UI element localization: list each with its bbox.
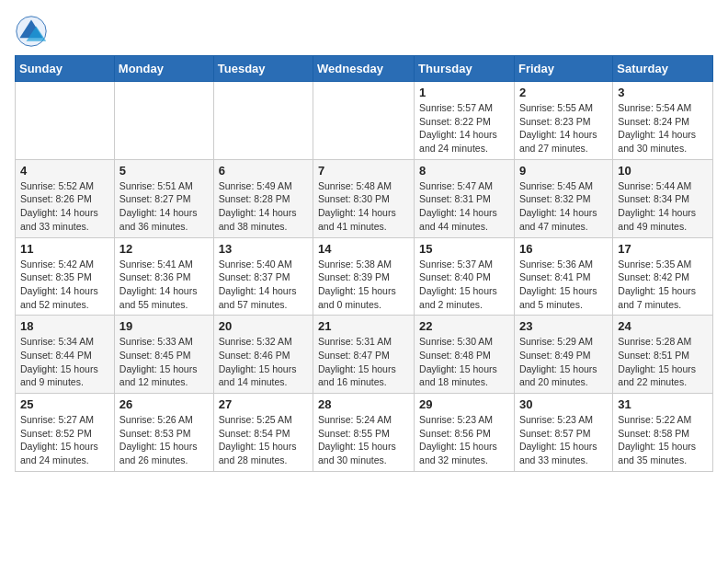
day-number: 5 (119, 164, 209, 178)
day-detail: Sunrise: 5:34 AM Sunset: 8:44 PM Dayligh… (20, 336, 98, 387)
day-cell: 25Sunrise: 5:27 AM Sunset: 8:52 PM Dayli… (16, 394, 115, 472)
day-cell: 20Sunrise: 5:32 AM Sunset: 8:46 PM Dayli… (213, 316, 313, 394)
day-number: 24 (618, 319, 708, 333)
week-row-1: 1Sunrise: 5:57 AM Sunset: 8:22 PM Daylig… (16, 82, 713, 160)
day-header-wednesday: Wednesday (313, 56, 415, 82)
day-number: 14 (318, 242, 409, 256)
day-detail: Sunrise: 5:45 AM Sunset: 8:32 PM Dayligh… (519, 180, 597, 232)
day-cell: 8Sunrise: 5:47 AM Sunset: 8:31 PM Daylig… (415, 159, 515, 237)
day-number: 9 (519, 164, 608, 178)
day-detail: Sunrise: 5:38 AM Sunset: 8:39 PM Dayligh… (318, 259, 396, 310)
day-detail: Sunrise: 5:41 AM Sunset: 8:36 PM Dayligh… (119, 259, 198, 310)
day-number: 17 (618, 242, 708, 256)
day-detail: Sunrise: 5:57 AM Sunset: 8:22 PM Dayligh… (419, 102, 497, 154)
day-detail: Sunrise: 5:47 AM Sunset: 8:31 PM Dayligh… (419, 180, 497, 232)
logo-icon (15, 15, 48, 48)
day-cell: 6Sunrise: 5:49 AM Sunset: 8:28 PM Daylig… (213, 159, 313, 237)
day-number: 22 (419, 319, 509, 333)
day-cell: 17Sunrise: 5:35 AM Sunset: 8:42 PM Dayli… (613, 237, 713, 316)
day-cell: 28Sunrise: 5:24 AM Sunset: 8:55 PM Dayli… (313, 394, 415, 472)
day-cell: 11Sunrise: 5:42 AM Sunset: 8:35 PM Dayli… (16, 237, 115, 316)
day-number: 23 (519, 319, 608, 333)
day-number: 2 (519, 86, 608, 99)
day-number: 29 (419, 397, 509, 411)
day-cell: 13Sunrise: 5:40 AM Sunset: 8:37 PM Dayli… (213, 237, 313, 316)
day-number: 27 (219, 397, 308, 411)
day-cell: 30Sunrise: 5:23 AM Sunset: 8:57 PM Dayli… (514, 394, 612, 472)
day-cell (114, 82, 213, 160)
day-cell: 19Sunrise: 5:33 AM Sunset: 8:45 PM Dayli… (114, 316, 213, 394)
day-detail: Sunrise: 5:54 AM Sunset: 8:24 PM Dayligh… (618, 102, 696, 154)
day-header-friday: Friday (514, 56, 612, 82)
day-detail: Sunrise: 5:52 AM Sunset: 8:26 PM Dayligh… (20, 180, 98, 232)
day-header-thursday: Thursday (415, 56, 515, 82)
page-header (15, 15, 713, 48)
day-detail: Sunrise: 5:30 AM Sunset: 8:48 PM Dayligh… (419, 336, 497, 387)
day-cell (213, 82, 313, 160)
day-detail: Sunrise: 5:37 AM Sunset: 8:40 PM Dayligh… (419, 259, 497, 310)
day-cell: 3Sunrise: 5:54 AM Sunset: 8:24 PM Daylig… (613, 82, 713, 160)
day-detail: Sunrise: 5:32 AM Sunset: 8:46 PM Dayligh… (219, 336, 297, 387)
day-cell: 14Sunrise: 5:38 AM Sunset: 8:39 PM Dayli… (313, 237, 415, 316)
day-detail: Sunrise: 5:29 AM Sunset: 8:49 PM Dayligh… (519, 336, 597, 387)
day-detail: Sunrise: 5:40 AM Sunset: 8:37 PM Dayligh… (219, 259, 297, 310)
day-cell: 1Sunrise: 5:57 AM Sunset: 8:22 PM Daylig… (415, 82, 515, 160)
day-number: 18 (20, 319, 109, 333)
day-header-monday: Monday (114, 56, 213, 82)
day-cell: 24Sunrise: 5:28 AM Sunset: 8:51 PM Dayli… (613, 316, 713, 394)
day-detail: Sunrise: 5:27 AM Sunset: 8:52 PM Dayligh… (20, 414, 98, 465)
day-cell: 5Sunrise: 5:51 AM Sunset: 8:27 PM Daylig… (114, 159, 213, 237)
day-number: 12 (119, 242, 209, 256)
day-cell: 18Sunrise: 5:34 AM Sunset: 8:44 PM Dayli… (16, 316, 115, 394)
day-number: 11 (20, 242, 109, 256)
day-detail: Sunrise: 5:23 AM Sunset: 8:57 PM Dayligh… (519, 414, 597, 465)
day-number: 16 (519, 242, 608, 256)
day-cell: 29Sunrise: 5:23 AM Sunset: 8:56 PM Dayli… (415, 394, 515, 472)
day-number: 4 (20, 164, 109, 178)
day-number: 15 (419, 242, 509, 256)
day-detail: Sunrise: 5:44 AM Sunset: 8:34 PM Dayligh… (618, 180, 696, 232)
week-row-4: 18Sunrise: 5:34 AM Sunset: 8:44 PM Dayli… (16, 316, 713, 394)
day-cell (313, 82, 415, 160)
day-number: 31 (618, 397, 708, 411)
day-number: 20 (219, 319, 308, 333)
logo (15, 15, 53, 48)
day-cell: 31Sunrise: 5:22 AM Sunset: 8:58 PM Dayli… (613, 394, 713, 472)
week-row-5: 25Sunrise: 5:27 AM Sunset: 8:52 PM Dayli… (16, 394, 713, 472)
day-cell: 16Sunrise: 5:36 AM Sunset: 8:41 PM Dayli… (514, 237, 612, 316)
day-number: 8 (419, 164, 509, 178)
day-header-saturday: Saturday (613, 56, 713, 82)
day-number: 25 (20, 397, 109, 411)
day-detail: Sunrise: 5:23 AM Sunset: 8:56 PM Dayligh… (419, 414, 497, 465)
day-detail: Sunrise: 5:28 AM Sunset: 8:51 PM Dayligh… (618, 336, 696, 387)
day-cell: 2Sunrise: 5:55 AM Sunset: 8:23 PM Daylig… (514, 82, 612, 160)
day-cell: 4Sunrise: 5:52 AM Sunset: 8:26 PM Daylig… (16, 159, 115, 237)
day-cell: 22Sunrise: 5:30 AM Sunset: 8:48 PM Dayli… (415, 316, 515, 394)
day-cell: 15Sunrise: 5:37 AM Sunset: 8:40 PM Dayli… (415, 237, 515, 316)
day-detail: Sunrise: 5:24 AM Sunset: 8:55 PM Dayligh… (318, 414, 396, 465)
day-number: 13 (219, 242, 308, 256)
day-number: 28 (318, 397, 409, 411)
day-number: 19 (119, 319, 209, 333)
day-detail: Sunrise: 5:22 AM Sunset: 8:58 PM Dayligh… (618, 414, 696, 465)
day-cell: 7Sunrise: 5:48 AM Sunset: 8:30 PM Daylig… (313, 159, 415, 237)
day-cell: 23Sunrise: 5:29 AM Sunset: 8:49 PM Dayli… (514, 316, 612, 394)
day-detail: Sunrise: 5:36 AM Sunset: 8:41 PM Dayligh… (519, 259, 597, 310)
day-header-tuesday: Tuesday (213, 56, 313, 82)
day-number: 21 (318, 319, 409, 333)
day-cell: 9Sunrise: 5:45 AM Sunset: 8:32 PM Daylig… (514, 159, 612, 237)
week-row-3: 11Sunrise: 5:42 AM Sunset: 8:35 PM Dayli… (16, 237, 713, 316)
day-number: 3 (618, 86, 708, 99)
day-cell (16, 82, 115, 160)
day-cell: 26Sunrise: 5:26 AM Sunset: 8:53 PM Dayli… (114, 394, 213, 472)
day-cell: 27Sunrise: 5:25 AM Sunset: 8:54 PM Dayli… (213, 394, 313, 472)
day-detail: Sunrise: 5:25 AM Sunset: 8:54 PM Dayligh… (219, 414, 297, 465)
day-headers-row: SundayMondayTuesdayWednesdayThursdayFrid… (16, 56, 713, 82)
day-detail: Sunrise: 5:55 AM Sunset: 8:23 PM Dayligh… (519, 102, 597, 154)
day-number: 30 (519, 397, 608, 411)
day-detail: Sunrise: 5:31 AM Sunset: 8:47 PM Dayligh… (318, 336, 396, 387)
day-header-sunday: Sunday (16, 56, 115, 82)
day-cell: 12Sunrise: 5:41 AM Sunset: 8:36 PM Dayli… (114, 237, 213, 316)
day-detail: Sunrise: 5:35 AM Sunset: 8:42 PM Dayligh… (618, 259, 696, 310)
day-detail: Sunrise: 5:51 AM Sunset: 8:27 PM Dayligh… (119, 180, 198, 232)
